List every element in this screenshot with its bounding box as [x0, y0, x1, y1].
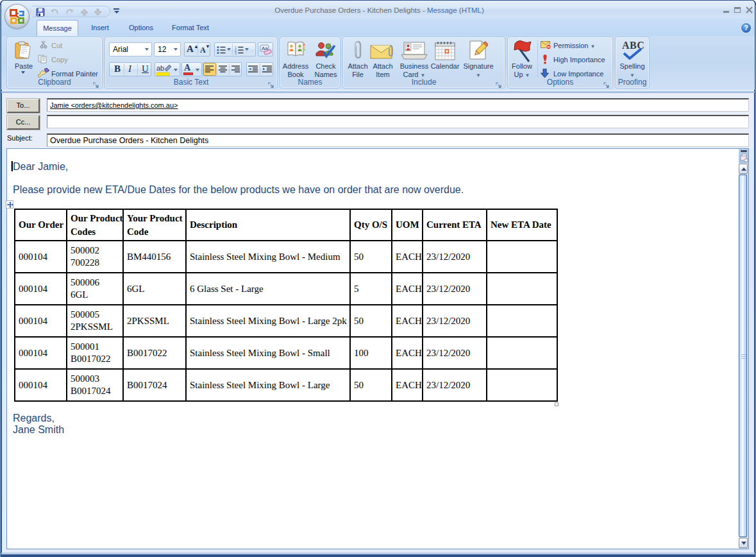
svg-text:3: 3 [235, 51, 237, 55]
svg-text:ab: ab [156, 64, 164, 72]
